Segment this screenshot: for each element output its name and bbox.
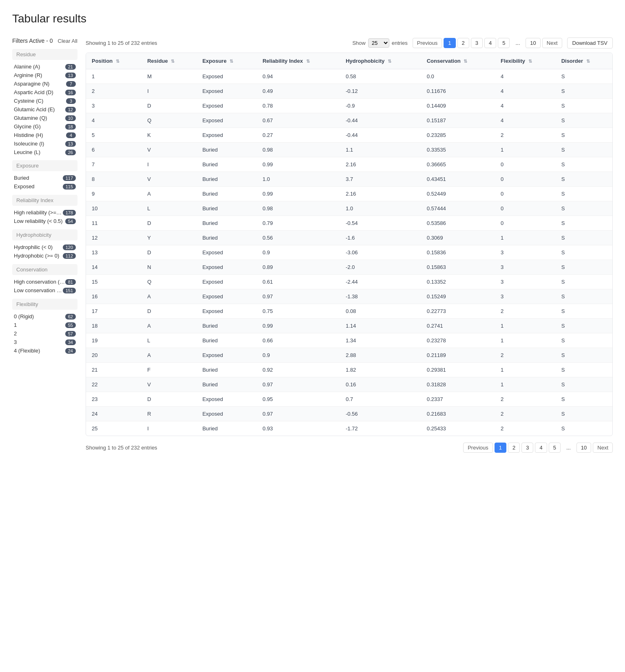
- show-control: Show 25 50 100 entries: [352, 38, 408, 48]
- cell-disorder-18: S: [556, 319, 612, 333]
- col-header-disorder[interactable]: Disorder ⇅: [556, 53, 612, 69]
- page-dots-bottom: ...: [562, 443, 575, 452]
- cell-disorder-24: S: [556, 407, 612, 421]
- cell-hydrophobicity-8: 3.7: [340, 172, 421, 187]
- sort-icon-position: ⇅: [116, 59, 119, 64]
- filter-item-arginine[interactable]: Arginine (R) 13: [12, 71, 77, 79]
- page-4-button-bottom[interactable]: 4: [535, 443, 547, 453]
- cell-conservation-23: 0.2337: [421, 392, 495, 407]
- prev-button-bottom[interactable]: Previous: [463, 443, 493, 453]
- cell-conservation-3: 0.14409: [421, 99, 495, 113]
- cell-residue-20: A: [141, 348, 197, 363]
- page-5-button-top[interactable]: 5: [498, 38, 510, 48]
- cell-disorder-10: S: [556, 201, 612, 216]
- page-2-button-bottom[interactable]: 2: [508, 443, 520, 453]
- cell-hydrophobicity-1: 0.58: [340, 69, 421, 84]
- cell-position-23: 23: [86, 392, 141, 407]
- col-header-flexibility[interactable]: Flexibility ⇅: [495, 53, 556, 69]
- filter-item-low-reliability[interactable]: Low reliability (< 0.5) 54: [12, 217, 77, 225]
- cell-reliability_index-16: 0.97: [257, 289, 340, 304]
- cell-exposure-25: Buried: [197, 421, 257, 436]
- page-1-button-top[interactable]: 1: [444, 38, 455, 48]
- cell-exposure-12: Buried: [197, 231, 257, 245]
- col-header-residue[interactable]: Residue ⇅: [141, 53, 197, 69]
- page-10-button-bottom[interactable]: 10: [576, 443, 591, 453]
- filter-item-hydrophilic[interactable]: Hydrophilic (< 0) 120: [12, 243, 77, 251]
- cell-conservation-8: 0.43451: [421, 172, 495, 187]
- cell-position-24: 24: [86, 407, 141, 421]
- sort-icon-residue: ⇅: [171, 59, 174, 64]
- filter-item-cysteine[interactable]: Cysteine (C) 3: [12, 97, 77, 105]
- download-tsv-button[interactable]: Download TSV: [567, 37, 613, 48]
- filter-item-aspartic-acid[interactable]: Aspartic Acid (D) 16: [12, 88, 77, 97]
- prev-button-top[interactable]: Previous: [413, 38, 442, 48]
- cell-position-8: 8: [86, 172, 141, 187]
- col-header-reliability-index[interactable]: Reliability Index ⇅: [257, 53, 340, 69]
- table-header-row: Position ⇅ Residue ⇅ Exposure ⇅ Reliabil…: [86, 53, 612, 69]
- cell-residue-11: D: [141, 216, 197, 231]
- col-header-conservation[interactable]: Conservation ⇅: [421, 53, 495, 69]
- cell-reliability_index-18: 0.99: [257, 319, 340, 333]
- cell-flexibility-13: 3: [495, 245, 556, 260]
- filter-item-high-conservation[interactable]: High conservation (>... 81: [12, 278, 77, 286]
- filter-item-flexibility-1[interactable]: 1 55: [12, 321, 77, 329]
- clear-all-button[interactable]: Clear All: [58, 38, 77, 44]
- filter-item-flexibility-3[interactable]: 3 34: [12, 338, 77, 346]
- cell-flexibility-11: 0: [495, 216, 556, 231]
- filter-item-hydrophobic[interactable]: Hydrophobic (>= 0) 112: [12, 251, 77, 260]
- cell-position-14: 14: [86, 260, 141, 275]
- cell-hydrophobicity-20: 2.88: [340, 348, 421, 363]
- show-label: Show: [352, 40, 366, 46]
- filter-item-glycine[interactable]: Glycine (G) 18: [12, 122, 77, 131]
- cell-residue-8: V: [141, 172, 197, 187]
- page-4-button-top[interactable]: 4: [484, 38, 496, 48]
- filter-item-flexibility-2[interactable]: 2 57: [12, 329, 77, 338]
- cell-exposure-14: Exposed: [197, 260, 257, 275]
- top-right-controls: Show 25 50 100 entries Previous 1 2 3: [352, 37, 613, 48]
- cell-position-5: 5: [86, 128, 141, 143]
- filter-item-leucine[interactable]: Leucine (L) 26: [12, 148, 77, 156]
- filter-item-glutamine[interactable]: Glutamine (Q) 10: [12, 114, 77, 122]
- col-header-hydrophobicity[interactable]: Hydrophobicity ⇅: [340, 53, 421, 69]
- filter-item-flexibility-4[interactable]: 4 (Flexible) 24: [12, 346, 77, 355]
- page-10-button-top[interactable]: 10: [526, 38, 540, 48]
- page-5-button-bottom[interactable]: 5: [549, 443, 561, 453]
- filter-item-glutamic-acid[interactable]: Glutamic Acid (E) 12: [12, 105, 77, 114]
- main-layout: Filters Active - 0 Clear All Residue Ala…: [12, 37, 613, 453]
- filter-item-isoleucine[interactable]: Isoleucine (I) 13: [12, 139, 77, 148]
- col-header-position[interactable]: Position ⇅: [86, 53, 141, 69]
- cell-residue-12: Y: [141, 231, 197, 245]
- filter-item-asparagine[interactable]: Asparagine (N) 7: [12, 79, 77, 88]
- filter-item-low-conservation[interactable]: Low conservation (< ... 151: [12, 286, 77, 295]
- filter-section-hydrophobicity: Hydrophobicity Hydrophilic (< 0) 120 Hyd…: [12, 229, 77, 260]
- cell-hydrophobicity-9: 2.16: [340, 187, 421, 201]
- cell-residue-23: D: [141, 392, 197, 407]
- filter-item-exposed[interactable]: Exposed 115: [12, 182, 77, 191]
- show-select[interactable]: 25 50 100: [368, 38, 389, 48]
- next-button-top[interactable]: Next: [542, 38, 562, 48]
- filter-item-histidine[interactable]: Histidine (H) 4: [12, 131, 77, 139]
- cell-conservation-20: 0.21189: [421, 348, 495, 363]
- filter-item-buried[interactable]: Buried 117: [12, 174, 77, 182]
- page-3-button-bottom[interactable]: 3: [521, 443, 533, 453]
- page-3-button-top[interactable]: 3: [471, 38, 483, 48]
- cell-position-18: 18: [86, 319, 141, 333]
- cell-exposure-6: Buried: [197, 143, 257, 157]
- cell-disorder-22: S: [556, 377, 612, 392]
- col-header-exposure[interactable]: Exposure ⇅: [197, 53, 257, 69]
- filter-item-alanine[interactable]: Alanine (A) 21: [12, 62, 77, 71]
- cell-flexibility-19: 1: [495, 333, 556, 348]
- cell-disorder-21: S: [556, 363, 612, 377]
- filter-item-high-reliability[interactable]: High reliability (>= 0.5) 178: [12, 208, 77, 217]
- cell-disorder-13: S: [556, 245, 612, 260]
- table-row: 7IBuried0.992.160.366650S: [86, 157, 612, 172]
- filter-item-flexibility-0[interactable]: 0 (Rigid) 62: [12, 312, 77, 321]
- page-2-button-top[interactable]: 2: [457, 38, 469, 48]
- cell-position-4: 4: [86, 113, 141, 128]
- next-button-bottom[interactable]: Next: [593, 443, 613, 453]
- cell-position-9: 9: [86, 187, 141, 201]
- cell-hydrophobicity-16: -1.38: [340, 289, 421, 304]
- cell-hydrophobicity-4: -0.44: [340, 113, 421, 128]
- cell-hydrophobicity-13: -3.06: [340, 245, 421, 260]
- page-1-button-bottom[interactable]: 1: [495, 443, 506, 453]
